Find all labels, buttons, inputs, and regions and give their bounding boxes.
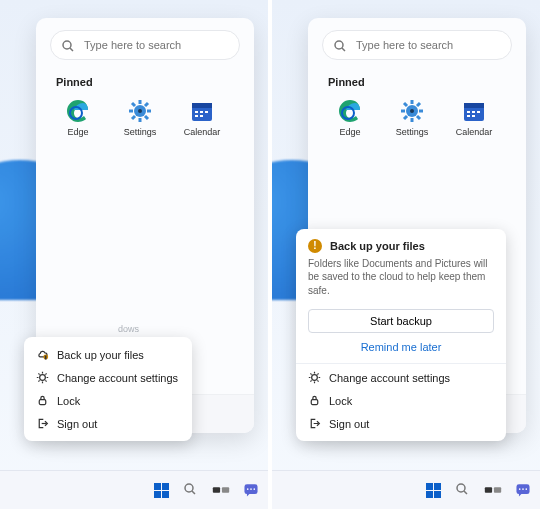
taskview-icon [211,483,231,497]
start-backup-button[interactable]: Start backup [308,309,494,333]
pinned-label: Calendar [456,127,493,137]
calendar-icon [189,98,215,124]
menu-item-label: Sign out [329,418,369,430]
menu-item-label: Change account settings [57,372,178,384]
chat-icon [242,481,260,499]
settings-icon [127,98,153,124]
recommended-ghost-text: dows [118,324,139,334]
chat-icon [514,481,532,499]
menu-item-signout[interactable]: Sign out [24,412,192,435]
taskbar [272,470,540,509]
menu-item-account[interactable]: Change account settings [296,366,506,389]
windows-icon [426,483,441,498]
search-input[interactable] [82,38,229,52]
separator [296,363,506,364]
screenshot-left: Pinned Edge Settings Calendar Recommende… [0,0,272,509]
taskbar-start-button[interactable] [422,479,444,501]
taskbar-taskview-button[interactable] [210,479,232,501]
menu-item-label: Change account settings [329,372,450,384]
pinned-app-edge[interactable]: Edge [56,98,100,137]
pinned-app-calendar[interactable]: Calendar [452,98,496,137]
remind-later-link[interactable]: Remind me later [296,339,506,361]
menu-item-label: Sign out [57,418,97,430]
calendar-icon [461,98,487,124]
pinned-row: Edge Settings Calendar [56,98,240,137]
lock-icon [308,394,321,407]
windows-icon [154,483,169,498]
pinned-app-calendar[interactable]: Calendar [180,98,224,137]
pinned-label: Settings [124,127,157,137]
magnifier-icon [455,482,471,498]
taskbar-chat-button[interactable] [240,479,262,501]
search-icon [61,39,74,52]
gear-icon [308,371,321,384]
pinned-label: Calendar [184,127,221,137]
pinned-app-edge[interactable]: Edge [328,98,372,137]
menu-item-signout[interactable]: Sign out [296,412,506,435]
taskbar-search-button[interactable] [180,479,202,501]
magnifier-icon [183,482,199,498]
edge-icon [337,98,363,124]
edge-icon [65,98,91,124]
popup-body: Folders like Documents and Pictures will… [296,255,506,306]
svg-text:!: ! [45,355,46,360]
pinned-heading: Pinned [328,76,512,88]
screenshot-right: Pinned Edge Settings Calendar [272,0,540,509]
pinned-row: Edge Settings Calendar [328,98,512,137]
menu-item-lock[interactable]: Lock [24,389,192,412]
pinned-label: Settings [396,127,429,137]
gear-icon [36,371,49,384]
search-icon [333,39,346,52]
alert-icon: ! [308,239,322,253]
pinned-label: Edge [339,127,360,137]
taskview-icon [483,483,503,497]
taskbar-chat-button[interactable] [512,479,534,501]
cloud-warn-icon: ! [36,348,49,361]
search-input[interactable] [354,38,501,52]
menu-item-lock[interactable]: Lock [296,389,506,412]
menu-item-account[interactable]: Change account settings [24,366,192,389]
pinned-heading: Pinned [56,76,240,88]
pinned-app-settings[interactable]: Settings [390,98,434,137]
popup-title: Back up your files [330,240,425,252]
search-box[interactable] [50,30,240,60]
settings-icon [399,98,425,124]
backup-popup: ! Back up your files Folders like Docume… [296,229,506,442]
signout-icon [36,417,49,430]
taskbar-search-button[interactable] [452,479,474,501]
taskbar-taskview-button[interactable] [482,479,504,501]
lock-icon [36,394,49,407]
pinned-app-settings[interactable]: Settings [118,98,162,137]
taskbar-start-button[interactable] [150,479,172,501]
search-box[interactable] [322,30,512,60]
taskbar [0,470,268,509]
menu-item-label: Back up your files [57,349,144,361]
menu-item-backup[interactable]: ! Back up your files [24,343,192,366]
menu-item-label: Lock [57,395,80,407]
menu-item-label: Lock [329,395,352,407]
pinned-label: Edge [67,127,88,137]
signout-icon [308,417,321,430]
user-context-menu: ! Back up your files Change account sett… [24,337,192,441]
